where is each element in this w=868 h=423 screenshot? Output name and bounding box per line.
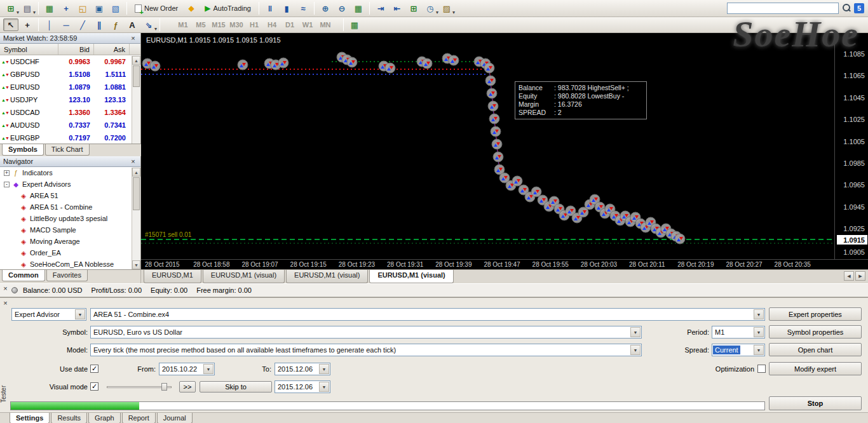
use-date-checkbox[interactable]: ✓ xyxy=(90,365,98,373)
navigator-icon[interactable]: ◱ xyxy=(75,2,90,15)
market-watch-row[interactable]: ▲▼USDCAD1.33601.3364 xyxy=(0,106,140,119)
vertical-line-icon[interactable]: │ xyxy=(42,18,57,31)
navigator-scrollbar[interactable]: ▲ ▼ xyxy=(132,168,140,269)
candlestick-chart-icon[interactable]: ▮ xyxy=(279,2,294,15)
collapse-icon[interactable]: - xyxy=(4,182,10,187)
tester-mode-combo[interactable]: Expert Advisor ▼ xyxy=(11,308,86,321)
navigator-item[interactable]: ◈AREA 51 - Combine xyxy=(0,201,140,213)
chevron-down-icon[interactable]: ▼ xyxy=(754,345,764,355)
scroll-up-icon[interactable]: ▲ xyxy=(132,56,140,65)
timeframe-m15[interactable]: M15 xyxy=(210,19,227,31)
to-date-combo[interactable]: 2015.12.06 ▼ xyxy=(275,363,330,375)
expand-icon[interactable]: + xyxy=(4,170,10,176)
skip-to-date-combo[interactable]: 2015.12.06 ▼ xyxy=(275,380,330,393)
navigator-item[interactable]: ◈Moving Average xyxy=(0,236,140,247)
metaeditor-icon[interactable]: ◆ xyxy=(184,2,199,15)
zoom-in-icon[interactable]: ⊕ xyxy=(318,2,333,15)
tab-symbols[interactable]: Symbols xyxy=(2,144,44,156)
crosshair-icon[interactable]: + xyxy=(20,18,35,31)
navigator-item[interactable]: ◈AREA 51 xyxy=(0,190,140,201)
trendline-icon[interactable]: ╱ xyxy=(75,18,90,31)
skip-to-button[interactable]: Skip to xyxy=(200,381,272,393)
modify-expert-button[interactable]: Modify expert xyxy=(769,362,862,375)
channel-icon[interactable]: ∥ xyxy=(92,18,107,31)
chevron-down-icon[interactable]: ▼ xyxy=(203,364,214,374)
chevron-down-icon[interactable]: ▼ xyxy=(754,327,764,337)
arrows-icon[interactable]: ⇘ xyxy=(141,18,156,31)
visual-speed-slider[interactable] xyxy=(107,383,172,391)
market-watch-scrollbar[interactable]: ▲ xyxy=(132,56,140,144)
terminal-icon[interactable]: ▣ xyxy=(92,2,107,15)
close-icon[interactable]: × xyxy=(1,285,10,292)
market-watch-row[interactable]: ▲▼AUDUSD0.73370.7341 xyxy=(0,119,140,131)
navigator-item[interactable]: ◈SoeHoeCom_EA Noblesse xyxy=(0,258,140,269)
tester-tab-results[interactable]: Results xyxy=(51,413,87,423)
chevron-down-icon[interactable]: ▼ xyxy=(319,364,329,374)
timeframe-m5[interactable]: M5 xyxy=(193,19,209,31)
stop-button[interactable]: Stop xyxy=(769,396,862,410)
column-bid[interactable]: Bid xyxy=(58,44,94,55)
tile-grid-icon[interactable]: ▦ xyxy=(347,18,362,31)
chart-plot[interactable]: EURUSD,M1 1.0915 1.0915 1.0915 1.0915 Ba… xyxy=(141,33,835,259)
chevron-down-icon[interactable]: ▼ xyxy=(754,309,764,319)
timeframe-w1[interactable]: W1 xyxy=(299,19,316,31)
navigator-item[interactable]: ◈MACD Sample xyxy=(0,224,140,236)
auto-scroll-icon[interactable]: ⇥ xyxy=(373,2,388,15)
tab-tick-chart[interactable]: Tick Chart xyxy=(45,144,90,156)
timeframe-m30[interactable]: M30 xyxy=(228,19,245,31)
price-axis[interactable]: 1.0915 1.10851.10651.10451.10251.10051.0… xyxy=(836,33,868,259)
market-watch-row[interactable]: ▲▼USDJPY123.10123.13 xyxy=(0,93,140,106)
search-icon[interactable] xyxy=(841,3,852,14)
timeframe-mn[interactable]: MN xyxy=(317,19,334,31)
market-watch-row[interactable]: ▲▼EURUSD1.08791.0881 xyxy=(0,81,140,93)
strategy-tester-icon[interactable]: ▧ xyxy=(108,2,123,15)
autotrading-button[interactable]: ▶ AutoTrading xyxy=(200,2,256,15)
open-chart-button[interactable]: Open chart xyxy=(769,343,862,356)
templates-icon[interactable]: ▨ xyxy=(439,2,454,15)
optimization-checkbox[interactable] xyxy=(757,365,766,373)
market-watch-row[interactable]: ▲▼GBPUSD1.51081.5111 xyxy=(0,68,140,81)
tabs-right-icon[interactable]: ▶ xyxy=(855,271,865,281)
tabs-left-icon[interactable]: ◀ xyxy=(844,271,854,281)
periods-icon[interactable]: ◷ xyxy=(423,2,438,15)
tester-tab-journal[interactable]: Journal xyxy=(157,413,193,423)
scroll-thumb[interactable] xyxy=(133,177,140,210)
navigator-item[interactable]: +ƒIndicators xyxy=(0,167,140,178)
chevron-down-icon[interactable]: ▼ xyxy=(75,309,85,319)
navigator-item[interactable]: ◈LittleBoy update3 spesial xyxy=(0,213,140,224)
chart-tab[interactable]: EURUSD,M1 (visual) xyxy=(369,270,453,283)
market-watch-row[interactable]: ▲▼EURGBP0.71970.7200 xyxy=(0,131,140,141)
period-combo[interactable]: M1 ▼ xyxy=(712,326,765,339)
fast-forward-button[interactable]: >> xyxy=(179,381,196,393)
chevron-down-icon[interactable]: ▼ xyxy=(319,382,329,392)
data-window-icon[interactable]: + xyxy=(58,2,74,15)
timeframe-h4[interactable]: H4 xyxy=(264,19,280,31)
zoom-out-icon[interactable]: ⊖ xyxy=(334,2,349,15)
navigator-item[interactable]: ◈Order_EA xyxy=(0,247,140,258)
from-date-combo[interactable]: 2015.10.22 ▼ xyxy=(159,363,215,375)
new-order-button[interactable]: New Order xyxy=(130,2,183,15)
new-chart-icon[interactable]: ⊞ xyxy=(3,2,18,15)
symbol-properties-button[interactable]: Symbol properties xyxy=(769,325,862,339)
text-icon[interactable]: A xyxy=(125,18,140,31)
new-window-icon[interactable]: ⊞ xyxy=(406,2,421,15)
market-watch-icon[interactable]: ▦ xyxy=(42,2,57,15)
cursor-icon[interactable]: ↖ xyxy=(3,18,18,31)
close-icon[interactable]: × xyxy=(1,299,10,307)
chevron-down-icon[interactable]: ▼ xyxy=(630,327,641,337)
scroll-down-icon[interactable]: ▼ xyxy=(132,260,140,269)
column-symbol[interactable]: Symbol xyxy=(0,44,58,55)
search-input[interactable] xyxy=(727,3,839,14)
slider-handle[interactable] xyxy=(161,383,167,391)
horizontal-line-icon[interactable]: ─ xyxy=(58,18,74,31)
market-watch-row[interactable]: ▲▼USDCHF0.99630.9967 xyxy=(0,55,140,68)
tile-windows-icon[interactable]: ▦ xyxy=(351,2,366,15)
chart-tab[interactable]: EURUSD,M1 (visual) xyxy=(286,270,368,283)
expert-properties-button[interactable]: Expert properties xyxy=(769,307,862,321)
scroll-thumb[interactable] xyxy=(133,65,140,87)
spread-combo[interactable]: Current ▼ xyxy=(712,344,765,356)
chart-tab[interactable]: EURUSD,M1 (visual) xyxy=(203,270,285,283)
community-icon[interactable]: 5 xyxy=(854,3,864,13)
tester-tab-report[interactable]: Report xyxy=(122,413,156,423)
visual-mode-checkbox[interactable]: ✓ xyxy=(90,382,98,391)
